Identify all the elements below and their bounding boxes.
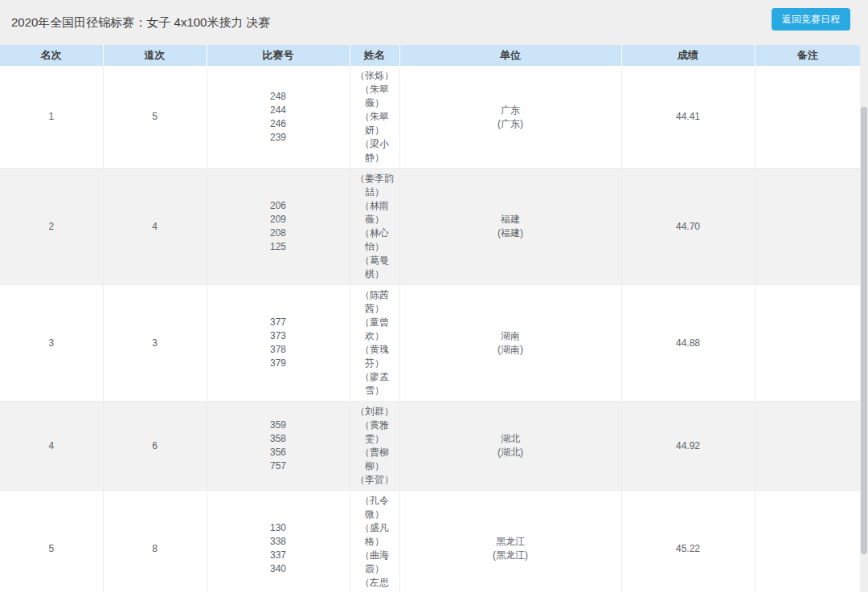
name-cell: （张烁）（朱翠薇）（朱翠妍）（梁小静） (350, 66, 399, 169)
name-cell: （刘群）（黄雅雯）（曹柳柳）（李贺） (350, 402, 399, 491)
unit-cell: 湖南(湖南) (399, 285, 621, 402)
lane-cell: 6 (103, 402, 207, 491)
rank-cell: 4 (0, 402, 103, 491)
bib-cell: 206209208125 (207, 169, 350, 285)
unit-cell: 福建(福建) (399, 169, 621, 285)
name-cell: （姜李韵喆）（林雨薇）（林心怡）（葛曼棋） (350, 169, 399, 285)
bib-cell: 377373378379 (207, 285, 350, 402)
col-header-rank: 名次 (0, 45, 103, 66)
lane-cell: 3 (103, 285, 207, 402)
rank-cell: 2 (0, 169, 103, 285)
result-cell: 44.70 (621, 169, 755, 285)
col-header-name: 姓名 (350, 45, 399, 66)
lane-cell: 5 (103, 66, 207, 169)
back-to-schedule-button[interactable]: 返回竞赛日程 (772, 8, 850, 31)
col-header-result: 成绩 (621, 45, 755, 66)
lane-cell: 8 (103, 491, 207, 592)
bib-cell: 248244246239 (207, 66, 350, 169)
unit-cell: 广东(广东) (399, 66, 621, 169)
rank-cell: 3 (0, 285, 103, 402)
table-row: 58130338337340（孔令微）（盛凡格）（曲海霞）（左思雨）黑龙江(黑龙… (0, 491, 860, 592)
result-cell: 45.22 (621, 491, 755, 592)
table-row: 15248244246239（张烁）（朱翠薇）（朱翠妍）（梁小静）广东(广东)4… (0, 66, 860, 169)
col-header-bib: 比赛号 (207, 45, 350, 66)
result-cell: 44.41 (621, 66, 755, 169)
name-cell: （孔令微）（盛凡格）（曲海霞）（左思雨） (350, 491, 399, 592)
table-row: 24206209208125（姜李韵喆）（林雨薇）（林心怡）（葛曼棋）福建(福建… (0, 169, 860, 285)
remark-cell (755, 491, 860, 592)
rank-cell: 5 (0, 491, 103, 592)
topbar: 2020年全国田径锦标赛：女子 4x100米接力 决赛 返回竞赛日程 (0, 0, 868, 45)
result-cell: 44.92 (621, 402, 755, 491)
col-header-remark: 备注 (755, 45, 860, 66)
bib-cell: 359358356757 (207, 402, 350, 491)
table-header: 名次 道次 比赛号 姓名 单位 成绩 备注 (0, 45, 860, 66)
page-title: 2020年全国田径锦标赛：女子 4x100米接力 决赛 (11, 15, 271, 31)
rank-cell: 1 (0, 66, 103, 169)
remark-cell (755, 169, 860, 285)
unit-cell: 黑龙江(黑龙江) (399, 491, 621, 592)
table-row: 46359358356757（刘群）（黄雅雯）（曹柳柳）（李贺）湖北(湖北)44… (0, 402, 860, 491)
vertical-scrollbar-thumb[interactable] (861, 107, 867, 554)
results-table: 名次 道次 比赛号 姓名 单位 成绩 备注 15248244246239（张烁）… (0, 45, 860, 592)
remark-cell (755, 402, 860, 491)
table-row: 33377373378379（陈茜茜）（童曾欢）（黄瑰芬）（廖孟雪）湖南(湖南)… (0, 285, 860, 402)
bib-cell: 130338337340 (207, 491, 350, 592)
col-header-lane: 道次 (103, 45, 207, 66)
result-cell: 44.88 (621, 285, 755, 402)
remark-cell (755, 285, 860, 402)
name-cell: （陈茜茜）（童曾欢）（黄瑰芬）（廖孟雪） (350, 285, 399, 402)
remark-cell (755, 66, 860, 169)
lane-cell: 4 (103, 169, 207, 285)
col-header-unit: 单位 (399, 45, 621, 66)
unit-cell: 湖北(湖北) (399, 402, 621, 491)
